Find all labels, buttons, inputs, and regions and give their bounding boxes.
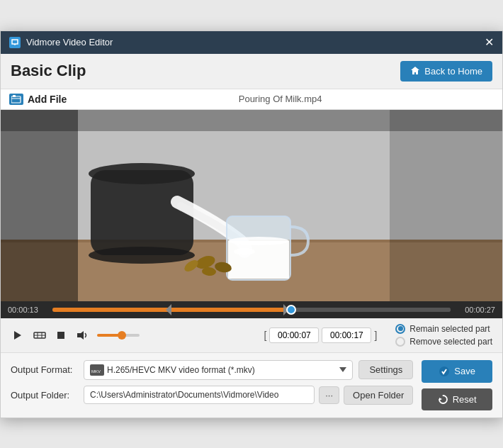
timeline-track[interactable] xyxy=(52,308,451,312)
remove-option[interactable]: Remove selected part xyxy=(395,337,492,347)
bracket-open: [ xyxy=(264,330,266,341)
bracket-close: ] xyxy=(374,330,377,341)
page-title: Basic Clip xyxy=(11,62,86,80)
folder-path-wrap: ··· Open Folder xyxy=(84,386,413,405)
volume-slider[interactable] xyxy=(97,334,140,337)
svg-rect-17 xyxy=(1,110,78,301)
clip-end-input[interactable] xyxy=(322,327,371,343)
open-folder-button[interactable]: Open Folder xyxy=(344,386,413,405)
svg-text:MKV: MKV xyxy=(91,369,101,374)
video-player xyxy=(1,110,502,301)
folder-path-input[interactable] xyxy=(84,386,315,404)
volume-button[interactable] xyxy=(74,328,90,342)
timeline-fill-right xyxy=(291,308,451,312)
svg-rect-19 xyxy=(1,110,502,131)
time-end-label: 00:00:27 xyxy=(456,306,495,314)
play-button[interactable] xyxy=(11,328,25,342)
stop-button[interactable] xyxy=(55,329,67,342)
format-select-wrap: MKV H.265/HEVC MKV video format (*.mkv) … xyxy=(84,360,413,380)
output-fields: Output Format: MKV H.265/HEVC MKV video … xyxy=(11,360,413,405)
svg-point-12 xyxy=(234,248,255,255)
window-title: Vidmore Video Editor xyxy=(26,37,113,47)
clip-button[interactable] xyxy=(32,328,47,342)
title-bar: Vidmore Video Editor ✕ xyxy=(1,31,502,54)
home-icon xyxy=(410,66,420,76)
app-window: Vidmore Video Editor ✕ Basic Clip Back t… xyxy=(0,30,503,418)
app-icon xyxy=(9,37,21,48)
format-select-box[interactable]: MKV H.265/HEVC MKV video format (*.mkv) xyxy=(84,360,353,380)
svg-rect-1 xyxy=(11,96,21,103)
folder-label: Output Folder: xyxy=(11,390,78,401)
clip-start-input[interactable] xyxy=(269,327,319,343)
action-buttons: Save Reset xyxy=(422,360,492,410)
format-icon-box: MKV H.265/HEVC MKV video format (*.mkv) xyxy=(90,364,255,376)
close-button[interactable]: ✕ xyxy=(485,37,494,48)
toolbar-bar: Add File Pouring Of Milk.mp4 xyxy=(1,89,502,110)
file-name-label: Pouring Of Milk.mp4 xyxy=(239,94,322,104)
trim-handle-left[interactable] xyxy=(160,304,171,315)
save-button[interactable]: Save xyxy=(422,360,492,383)
video-content xyxy=(1,110,502,301)
title-bar-left: Vidmore Video Editor xyxy=(9,37,113,48)
svg-marker-29 xyxy=(339,367,346,372)
timeline-fill-left xyxy=(52,308,164,312)
folder-row: Output Folder: ··· Open Folder xyxy=(11,386,413,405)
format-icon: MKV xyxy=(90,364,104,376)
remove-radio[interactable] xyxy=(395,337,405,347)
video-frame xyxy=(1,110,502,301)
settings-button[interactable]: Settings xyxy=(358,360,413,379)
svg-marker-31 xyxy=(439,398,442,401)
output-section: Output Format: MKV H.265/HEVC MKV video … xyxy=(1,353,502,418)
svg-rect-25 xyxy=(57,332,64,339)
svg-rect-18 xyxy=(390,110,502,301)
svg-rect-7 xyxy=(91,170,193,255)
save-icon xyxy=(439,366,450,377)
browse-button[interactable]: ··· xyxy=(319,386,339,404)
format-row: Output Format: MKV H.265/HEVC MKV video … xyxy=(11,360,413,380)
dropdown-arrow-icon xyxy=(339,367,346,372)
svg-rect-0 xyxy=(12,40,18,44)
svg-marker-20 xyxy=(14,331,21,340)
add-file-icon xyxy=(9,94,23,105)
time-start-label: 00:00:13 xyxy=(8,306,47,314)
header-bar: Basic Clip Back to Home xyxy=(1,54,502,89)
svg-point-11 xyxy=(228,237,289,245)
controls-area: [ ] Remain selected part Remove selected… xyxy=(1,318,502,353)
timeline-fill-selected xyxy=(164,308,291,312)
options-section: Remain selected part Remove selected par… xyxy=(395,324,492,347)
timeline-area[interactable]: 00:00:13 00:00:27 xyxy=(1,301,502,318)
svg-rect-10 xyxy=(228,241,289,279)
remain-radio[interactable] xyxy=(395,324,405,334)
add-file-button[interactable]: Add File xyxy=(9,94,67,105)
reset-icon xyxy=(438,394,448,405)
reset-button[interactable]: Reset xyxy=(422,388,492,410)
playhead[interactable] xyxy=(286,305,296,315)
clip-time-section: [ ] xyxy=(264,327,377,343)
svg-point-8 xyxy=(89,247,195,264)
remain-option[interactable]: Remain selected part xyxy=(395,324,492,334)
svg-rect-2 xyxy=(13,95,16,97)
back-to-home-button[interactable]: Back to Home xyxy=(400,61,492,82)
svg-marker-26 xyxy=(77,331,84,340)
format-label: Output Format: xyxy=(11,364,78,375)
